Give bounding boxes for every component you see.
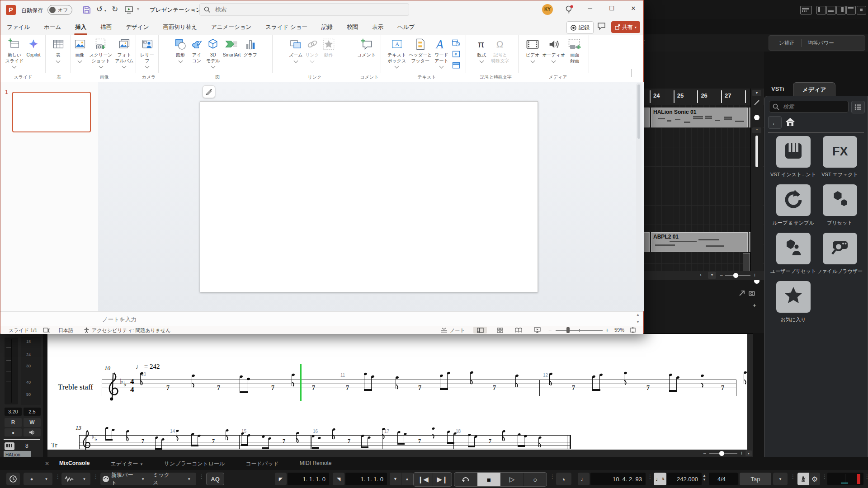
instrument-icon[interactable] bbox=[5, 442, 14, 450]
menu-tab-校閲[interactable]: 校閲 bbox=[346, 23, 359, 31]
scroll-collapse-icon[interactable]: ⌃ bbox=[752, 127, 761, 133]
lower-zone-tab-MixConsole[interactable]: MixConsole bbox=[59, 460, 90, 468]
close-button[interactable]: ✕ bbox=[623, 0, 644, 16]
cameo-button[interactable]: Pレリー フ bbox=[140, 38, 154, 68]
tempo-display[interactable]: 242.000 bbox=[667, 473, 702, 485]
tempo-track-button[interactable]: ♩⇅ bbox=[654, 473, 666, 485]
display-settings-icon[interactable] bbox=[43, 328, 50, 333]
go-to-next-button[interactable]: ▶❙ bbox=[433, 473, 452, 486]
popout-icon[interactable] bbox=[739, 290, 746, 296]
home-icon[interactable] bbox=[785, 117, 795, 127]
media-tile[interactable] bbox=[776, 136, 811, 168]
pencil-icon[interactable] bbox=[754, 99, 760, 106]
record-enable-button[interactable]: ● bbox=[5, 428, 22, 436]
collapse-ribbon-chevron-icon[interactable] bbox=[632, 69, 638, 75]
left-locator-flag[interactable]: ◤ bbox=[275, 473, 287, 485]
normal-view-button[interactable] bbox=[473, 327, 487, 333]
pen-tool-button[interactable] bbox=[203, 85, 215, 98]
slideshow-view-button[interactable] bbox=[530, 327, 544, 333]
menu-tab-画面切り替え[interactable]: 画面切り替え bbox=[162, 23, 198, 31]
left-zone-toggle-icon[interactable] bbox=[816, 6, 826, 16]
action-button[interactable]: 動作 bbox=[322, 38, 335, 58]
hzoom-handle[interactable] bbox=[733, 273, 738, 278]
slide-sorter-view-button[interactable] bbox=[493, 327, 507, 333]
scroll-up-icon[interactable]: ▼ bbox=[752, 90, 761, 96]
notes-placeholder[interactable]: ノートを入力 bbox=[102, 316, 137, 324]
part-mode-dropdown-icon[interactable]: ▼ bbox=[137, 473, 149, 485]
punch-out-icon[interactable]: ▲ bbox=[401, 473, 413, 485]
list-view-icon[interactable] bbox=[851, 101, 865, 113]
go-to-start-button[interactable]: ❙◀ bbox=[414, 473, 433, 486]
reading-view-button[interactable] bbox=[512, 327, 525, 333]
maximize-button[interactable]: ☐ bbox=[601, 0, 622, 16]
media-tile[interactable] bbox=[823, 233, 857, 264]
menu-tab-スライド ショー[interactable]: スライド ショー bbox=[264, 23, 308, 31]
fit-to-window-icon[interactable] bbox=[630, 327, 636, 333]
pan-value[interactable]: 2.5 bbox=[24, 408, 41, 416]
read-automation-button[interactable]: R bbox=[5, 418, 22, 427]
menu-tab-デザイン[interactable]: デザイン bbox=[125, 23, 150, 31]
media-search-box[interactable] bbox=[769, 101, 849, 113]
zoom-slider-handle[interactable] bbox=[566, 327, 570, 333]
score-editor[interactable]: Treble staff10♭♭44♩ = 242101112 7 7 7 77… bbox=[47, 333, 753, 457]
hzoom-minus[interactable]: − bbox=[720, 272, 723, 278]
menu-tab-ヘルプ[interactable]: ヘルプ bbox=[396, 23, 415, 31]
photo-album-button[interactable]: フォト アルバム bbox=[115, 38, 134, 68]
time-display-button[interactable] bbox=[6, 473, 20, 485]
arrange-vscrollbar[interactable]: ▼ ⌃ − + bbox=[750, 89, 763, 279]
slide-counter[interactable]: スライド 1/1 bbox=[9, 327, 37, 334]
lower-zone-toggle-icon[interactable] bbox=[826, 6, 836, 16]
back-button[interactable]: ← bbox=[768, 116, 782, 129]
smartart-button[interactable]: SmartArt bbox=[223, 38, 241, 58]
lower-zone-tab-コードパッド[interactable]: コードパッド bbox=[245, 460, 278, 468]
punch-group[interactable]: ▼ ▲ bbox=[390, 473, 413, 485]
right-locator-flag[interactable]: ◥ bbox=[333, 473, 344, 485]
play-button[interactable]: ▷ bbox=[501, 473, 524, 486]
menu-tab-記録[interactable]: 記録 bbox=[321, 23, 334, 31]
redo-icon[interactable]: ↻ bbox=[112, 5, 118, 14]
zones-toggle-icon[interactable] bbox=[846, 6, 856, 16]
zoom-percentage[interactable]: 59% bbox=[614, 327, 624, 333]
audio-button[interactable]: オーディオ bbox=[542, 38, 565, 62]
3d-models-button[interactable]: 3D モデル bbox=[206, 38, 220, 68]
slide-canvas[interactable] bbox=[200, 101, 538, 292]
menu-tab-ホーム[interactable]: ホーム bbox=[43, 23, 62, 31]
setup-layout-icon[interactable] bbox=[857, 6, 866, 16]
pictures-button[interactable]: 画像 bbox=[73, 38, 87, 62]
share-button[interactable]: 共有 ▾ bbox=[611, 21, 640, 33]
undo-icon[interactable]: ↺ bbox=[96, 5, 103, 14]
menu-tab-描画[interactable]: 描画 bbox=[99, 23, 113, 31]
midi-clip-abpl[interactable]: ABPL2 01 bbox=[651, 232, 748, 252]
timeline-ruler[interactable]: 24 25 26 27 bbox=[644, 89, 764, 105]
symbol-button[interactable]: Ω記号と 特殊文字 bbox=[491, 38, 509, 64]
score-vscrollbar[interactable] bbox=[747, 334, 753, 450]
left-locator-field[interactable]: 1. 1. 1. 0 bbox=[288, 473, 329, 485]
midi-clip-halion[interactable]: HALion Sonic 01 bbox=[651, 108, 748, 127]
precount-button[interactable]: ◗ bbox=[556, 473, 571, 485]
menu-tab-ファイル[interactable]: ファイル bbox=[6, 23, 31, 31]
time-format-button[interactable]: ♩ bbox=[578, 473, 590, 485]
media-tile[interactable]: FX bbox=[823, 136, 857, 168]
tab-vsti[interactable]: VSTi bbox=[771, 85, 784, 92]
monitor-button[interactable] bbox=[24, 428, 41, 436]
record-button[interactable]: ○ bbox=[524, 473, 547, 486]
equation-button[interactable]: π数式 bbox=[475, 38, 489, 62]
write-automation-button[interactable]: W bbox=[24, 418, 41, 427]
new-comment-button[interactable]: コメント bbox=[357, 38, 376, 58]
media-tile[interactable] bbox=[776, 281, 811, 313]
notes-toggle[interactable]: ノート bbox=[450, 327, 465, 334]
table-button[interactable]: 表 bbox=[52, 38, 65, 62]
stop-button[interactable]: ■ bbox=[477, 473, 500, 486]
chart-button[interactable]: グラフ bbox=[243, 38, 257, 58]
date-time-icon[interactable] bbox=[452, 38, 461, 47]
screenshot-button[interactable]: スクリーン ショット bbox=[90, 38, 113, 68]
search-box[interactable] bbox=[199, 3, 409, 16]
media-tile[interactable] bbox=[823, 184, 857, 216]
zoom-slider-track[interactable] bbox=[556, 330, 603, 331]
object-icon[interactable] bbox=[452, 61, 461, 70]
menu-tab-アニメーション[interactable]: アニメーション bbox=[210, 23, 252, 31]
aq-button[interactable]: AQ bbox=[206, 473, 224, 485]
slide-number-icon[interactable]: # bbox=[452, 50, 461, 59]
time-signature-display[interactable]: 4/4 bbox=[709, 473, 738, 485]
zoom-button[interactable]: ズーム bbox=[289, 38, 302, 62]
